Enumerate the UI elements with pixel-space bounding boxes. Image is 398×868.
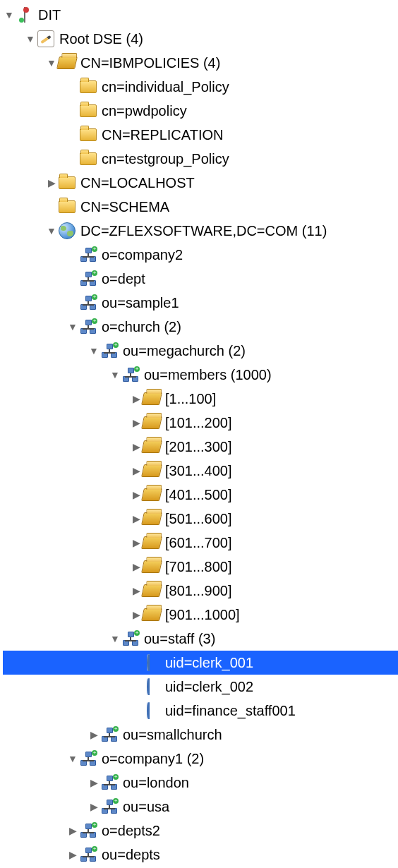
disclosure-triangle[interactable]: ▼	[66, 321, 79, 332]
disclosure-triangle[interactable]: ▼	[66, 753, 79, 764]
tree-node-label: o=dept	[102, 271, 150, 287]
disclosure-triangle[interactable]: ▶	[130, 465, 143, 476]
folder-open-icon	[143, 510, 161, 528]
disclosure-triangle[interactable]: ▼	[109, 633, 121, 644]
disclosure-triangle[interactable]: ▶	[66, 849, 79, 860]
disclosure-triangle[interactable]: ▶	[88, 729, 100, 740]
tree-node-r8[interactable]: ▶[701...800]	[3, 555, 398, 579]
tree-node-localhost[interactable]: ▶CN=LOCALHOST	[3, 171, 398, 195]
tree-node-individual[interactable]: ▶cn=individual_Policy	[3, 75, 398, 99]
folder-open-icon	[143, 438, 161, 456]
tree-node-r4[interactable]: ▶[301...400]	[3, 459, 398, 483]
disclosure-triangle[interactable]: ▶	[130, 513, 143, 524]
tree-node-label: DC=ZFLEXSOFTWARE,DC=COM (11)	[80, 223, 331, 239]
disclosure-triangle[interactable]: ▶	[130, 585, 143, 596]
tree-node-r2[interactable]: ▶[101...200]	[3, 411, 398, 435]
tree-node-members[interactable]: ▼+ou=members (1000)	[3, 363, 398, 387]
folder-open-icon	[58, 54, 76, 72]
tree-node-label: CN=LOCALHOST	[80, 175, 199, 191]
tree-node-sample1[interactable]: ▶+ou=sample1	[3, 291, 398, 315]
person-icon	[143, 677, 161, 696]
ldap-tree: ▼DIT▼Root DSE (4)▼CN=IBMPOLICIES (4)▶cn=…	[0, 0, 398, 867]
folder-open-icon	[143, 534, 161, 552]
tree-node-r9[interactable]: ▶[801...900]	[3, 579, 398, 603]
tree-node-rootdse[interactable]: ▼Root DSE (4)	[3, 27, 398, 51]
tree-node-dc[interactable]: ▼DC=ZFLEXSOFTWARE,DC=COM (11)	[3, 219, 398, 243]
tree-node-label: cn=testgroup_Policy	[102, 151, 234, 167]
disclosure-triangle[interactable]: ▼	[3, 9, 16, 20]
tree-node-label: ou=smallchurch	[123, 727, 227, 743]
tree-node-label: [801...900]	[165, 583, 236, 599]
disclosure-triangle[interactable]: ▶	[45, 177, 58, 188]
tree-node-label: uid=clerk_001	[165, 655, 258, 671]
org-icon: +	[100, 797, 119, 816]
disclosure-triangle[interactable]: ▼	[45, 57, 58, 68]
tree-node-company1[interactable]: ▼+o=company1 (2)	[3, 747, 398, 771]
org-icon: +	[79, 246, 97, 264]
disclosure-triangle[interactable]: ▶	[130, 561, 143, 572]
folder-open-icon	[143, 462, 161, 480]
disclosure-triangle[interactable]: ▶	[130, 489, 143, 500]
tree-node-label: CN=SCHEMA	[80, 199, 174, 215]
tree-node-r3[interactable]: ▶[201...300]	[3, 435, 398, 459]
tree-node-staff[interactable]: ▼+ou=staff (3)	[3, 627, 398, 651]
rootdse-icon	[37, 30, 55, 48]
tree-node-ibmpolicies[interactable]: ▼CN=IBMPOLICIES (4)	[3, 51, 398, 75]
tree-node-label: o=depts2	[102, 823, 164, 839]
folder-icon	[58, 198, 76, 216]
tree-node-label: [501...600]	[165, 511, 236, 527]
person-icon	[143, 701, 161, 720]
disclosure-triangle[interactable]: ▼	[45, 225, 58, 236]
tree-node-schema[interactable]: ▶CN=SCHEMA	[3, 195, 398, 219]
tree-node-depts2[interactable]: ▶+o=depts2	[3, 819, 398, 843]
tree-node-label: o=company2	[102, 247, 187, 263]
org-icon: +	[79, 821, 97, 840]
tree-node-label: [601...700]	[165, 535, 236, 551]
tree-node-clerk2[interactable]: ▶uid=clerk_002	[3, 675, 398, 699]
tree-node-label: [901...1000]	[165, 607, 244, 623]
disclosure-triangle[interactable]: ▼	[24, 33, 37, 44]
disclosure-triangle[interactable]: ▶	[130, 417, 143, 428]
tree-node-label: o=company1 (2)	[102, 751, 208, 767]
tree-node-dept[interactable]: ▶+o=dept	[3, 267, 398, 291]
dit-icon	[16, 6, 34, 24]
disclosure-triangle[interactable]: ▶	[130, 609, 143, 620]
folder-open-icon	[143, 581, 161, 600]
org-icon: +	[121, 366, 140, 384]
tree-node-company2[interactable]: ▶+o=company2	[3, 243, 398, 267]
tree-node-r5[interactable]: ▶[401...500]	[3, 483, 398, 507]
tree-node-deptsou[interactable]: ▶+ou=depts	[3, 843, 398, 867]
disclosure-triangle[interactable]: ▶	[66, 825, 79, 836]
disclosure-triangle[interactable]: ▶	[130, 393, 143, 404]
tree-node-r7[interactable]: ▶[601...700]	[3, 531, 398, 555]
tree-node-dit[interactable]: ▼DIT	[3, 3, 398, 27]
tree-node-label: [301...400]	[165, 463, 236, 479]
globe-icon	[58, 222, 76, 240]
tree-node-church[interactable]: ▼+o=church (2)	[3, 315, 398, 339]
folder-open-icon	[143, 390, 161, 408]
org-icon: +	[100, 342, 119, 360]
tree-node-clerk1[interactable]: ▶uid=clerk_001	[3, 651, 398, 675]
disclosure-triangle[interactable]: ▼	[109, 369, 121, 380]
tree-node-smallchurch[interactable]: ▶+ou=smallchurch	[3, 723, 398, 747]
tree-node-usa[interactable]: ▶+ou=usa	[3, 795, 398, 819]
disclosure-triangle[interactable]: ▶	[130, 441, 143, 452]
tree-node-testgroup[interactable]: ▶cn=testgroup_Policy	[3, 147, 398, 171]
disclosure-triangle[interactable]: ▶	[130, 537, 143, 548]
disclosure-triangle[interactable]: ▶	[88, 777, 100, 788]
tree-node-label: [101...200]	[165, 415, 236, 431]
folder-open-icon	[143, 414, 161, 432]
tree-node-r10[interactable]: ▶[901...1000]	[3, 603, 398, 627]
tree-node-label: [201...300]	[165, 439, 236, 455]
tree-node-fin[interactable]: ▶uid=finance_staff001	[3, 699, 398, 723]
tree-node-london[interactable]: ▶+ou=london	[3, 771, 398, 795]
disclosure-triangle[interactable]: ▶	[88, 801, 100, 812]
tree-node-replication[interactable]: ▶CN=REPLICATION	[3, 123, 398, 147]
tree-node-r6[interactable]: ▶[501...600]	[3, 507, 398, 531]
tree-node-megachurch[interactable]: ▼+ou=megachurch (2)	[3, 339, 398, 363]
org-icon: +	[121, 629, 140, 648]
tree-node-label: CN=IBMPOLICIES (4)	[80, 55, 224, 71]
tree-node-r1[interactable]: ▶[1...100]	[3, 387, 398, 411]
tree-node-pwdpolicy[interactable]: ▶cn=pwdpolicy	[3, 99, 398, 123]
disclosure-triangle[interactable]: ▼	[88, 345, 100, 356]
